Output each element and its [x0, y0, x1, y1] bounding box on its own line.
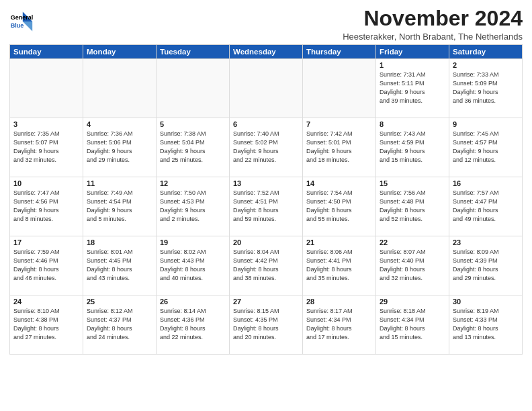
svg-text:General: General: [11, 14, 34, 21]
title-block: November 2024 Heesterakker, North Braban…: [343, 7, 523, 42]
logo-icon: General Blue: [9, 9, 34, 34]
week-row-1: 1Sunrise: 7:31 AM Sunset: 5:11 PM Daylig…: [10, 59, 523, 118]
day-cell: 27Sunrise: 8:15 AM Sunset: 4:35 PM Dayli…: [230, 295, 303, 355]
day-info: Sunrise: 8:09 AM Sunset: 4:39 PM Dayligh…: [453, 248, 519, 283]
day-info: Sunrise: 7:42 AM Sunset: 5:01 PM Dayligh…: [306, 130, 372, 165]
day-cell: [10, 59, 83, 118]
day-number: 12: [160, 179, 226, 187]
day-info: Sunrise: 7:59 AM Sunset: 4:46 PM Dayligh…: [13, 248, 79, 283]
day-cell: 19Sunrise: 8:02 AM Sunset: 4:43 PM Dayli…: [157, 236, 230, 295]
page: General Blue November 2024 Heesterakker,…: [0, 0, 532, 411]
day-cell: 1Sunrise: 7:31 AM Sunset: 5:11 PM Daylig…: [376, 59, 449, 118]
svg-marker-1: [23, 21, 32, 31]
subtitle: Heesterakker, North Brabant, The Netherl…: [343, 32, 523, 42]
day-info: Sunrise: 7:31 AM Sunset: 5:11 PM Dayligh…: [380, 71, 445, 105]
day-cell: 4Sunrise: 7:36 AM Sunset: 5:06 PM Daylig…: [83, 118, 157, 177]
day-cell: 29Sunrise: 8:18 AM Sunset: 4:34 PM Dayli…: [376, 295, 449, 355]
day-number: 1: [380, 61, 445, 69]
day-number: 28: [306, 298, 372, 306]
col-monday: Monday: [83, 45, 157, 59]
week-row-5: 24Sunrise: 8:10 AM Sunset: 4:38 PM Dayli…: [10, 295, 523, 355]
day-info: Sunrise: 7:49 AM Sunset: 4:54 PM Dayligh…: [87, 189, 152, 224]
day-cell: [83, 59, 157, 118]
day-cell: 26Sunrise: 8:14 AM Sunset: 4:36 PM Dayli…: [157, 295, 230, 355]
day-info: Sunrise: 8:15 AM Sunset: 4:35 PM Dayligh…: [233, 307, 299, 342]
day-info: Sunrise: 7:36 AM Sunset: 5:06 PM Dayligh…: [87, 130, 152, 165]
col-thursday: Thursday: [303, 45, 376, 59]
day-cell: 18Sunrise: 8:01 AM Sunset: 4:45 PM Dayli…: [83, 236, 157, 295]
day-number: 8: [380, 120, 445, 128]
day-cell: 20Sunrise: 8:04 AM Sunset: 4:42 PM Dayli…: [230, 236, 303, 295]
day-number: 21: [306, 238, 372, 246]
day-info: Sunrise: 7:43 AM Sunset: 4:59 PM Dayligh…: [380, 130, 445, 165]
day-info: Sunrise: 7:52 AM Sunset: 4:51 PM Dayligh…: [233, 189, 299, 224]
day-info: Sunrise: 8:10 AM Sunset: 4:38 PM Dayligh…: [13, 307, 79, 342]
day-info: Sunrise: 8:04 AM Sunset: 4:42 PM Dayligh…: [233, 248, 299, 283]
day-number: 18: [87, 238, 152, 246]
day-cell: 10Sunrise: 7:47 AM Sunset: 4:56 PM Dayli…: [10, 177, 83, 236]
col-sunday: Sunday: [10, 45, 83, 59]
day-info: Sunrise: 8:18 AM Sunset: 4:34 PM Dayligh…: [380, 307, 445, 342]
day-info: Sunrise: 8:02 AM Sunset: 4:43 PM Dayligh…: [160, 248, 226, 283]
day-info: Sunrise: 7:54 AM Sunset: 4:50 PM Dayligh…: [306, 189, 372, 224]
day-cell: 22Sunrise: 8:07 AM Sunset: 4:40 PM Dayli…: [376, 236, 449, 295]
day-cell: 24Sunrise: 8:10 AM Sunset: 4:38 PM Dayli…: [10, 295, 83, 355]
day-cell: [157, 59, 230, 118]
day-number: 23: [453, 238, 519, 246]
day-cell: 12Sunrise: 7:50 AM Sunset: 4:53 PM Dayli…: [157, 177, 230, 236]
day-cell: 11Sunrise: 7:49 AM Sunset: 4:54 PM Dayli…: [83, 177, 157, 236]
logo: General Blue: [9, 9, 34, 34]
day-info: Sunrise: 7:50 AM Sunset: 4:53 PM Dayligh…: [160, 189, 226, 224]
col-friday: Friday: [376, 45, 449, 59]
day-cell: 9Sunrise: 7:45 AM Sunset: 4:57 PM Daylig…: [449, 118, 523, 177]
day-number: 11: [87, 179, 152, 187]
day-cell: 14Sunrise: 7:54 AM Sunset: 4:50 PM Dayli…: [303, 177, 376, 236]
svg-text:Blue: Blue: [11, 22, 24, 29]
day-number: 4: [87, 120, 152, 128]
day-cell: 5Sunrise: 7:38 AM Sunset: 5:04 PM Daylig…: [157, 118, 230, 177]
month-title: November 2024: [343, 7, 523, 30]
day-cell: 17Sunrise: 7:59 AM Sunset: 4:46 PM Dayli…: [10, 236, 83, 295]
day-cell: 21Sunrise: 8:06 AM Sunset: 4:41 PM Dayli…: [303, 236, 376, 295]
day-number: 24: [13, 298, 79, 306]
day-number: 27: [233, 298, 299, 306]
day-number: 10: [13, 179, 79, 187]
week-row-2: 3Sunrise: 7:35 AM Sunset: 5:07 PM Daylig…: [10, 118, 523, 177]
calendar-table: Sunday Monday Tuesday Wednesday Thursday…: [9, 44, 523, 355]
day-info: Sunrise: 7:35 AM Sunset: 5:07 PM Dayligh…: [13, 130, 79, 165]
day-info: Sunrise: 7:47 AM Sunset: 4:56 PM Dayligh…: [13, 189, 79, 224]
day-number: 25: [87, 298, 152, 306]
day-cell: 16Sunrise: 7:57 AM Sunset: 4:47 PM Dayli…: [449, 177, 523, 236]
day-cell: [303, 59, 376, 118]
day-cell: 2Sunrise: 7:33 AM Sunset: 5:09 PM Daylig…: [449, 59, 523, 118]
day-number: 3: [13, 120, 79, 128]
day-number: 9: [453, 120, 519, 128]
day-cell: 25Sunrise: 8:12 AM Sunset: 4:37 PM Dayli…: [83, 295, 157, 355]
day-cell: 6Sunrise: 7:40 AM Sunset: 5:02 PM Daylig…: [230, 118, 303, 177]
day-info: Sunrise: 8:17 AM Sunset: 4:34 PM Dayligh…: [306, 307, 372, 342]
header-row: Sunday Monday Tuesday Wednesday Thursday…: [10, 45, 523, 59]
day-cell: 8Sunrise: 7:43 AM Sunset: 4:59 PM Daylig…: [376, 118, 449, 177]
day-number: 26: [160, 298, 226, 306]
day-cell: 7Sunrise: 7:42 AM Sunset: 5:01 PM Daylig…: [303, 118, 376, 177]
day-cell: 23Sunrise: 8:09 AM Sunset: 4:39 PM Dayli…: [449, 236, 523, 295]
day-cell: 13Sunrise: 7:52 AM Sunset: 4:51 PM Dayli…: [230, 177, 303, 236]
col-saturday: Saturday: [449, 45, 523, 59]
day-number: 2: [453, 61, 519, 69]
day-info: Sunrise: 7:38 AM Sunset: 5:04 PM Dayligh…: [160, 130, 226, 165]
day-number: 15: [380, 179, 445, 187]
day-number: 13: [233, 179, 299, 187]
day-cell: 3Sunrise: 7:35 AM Sunset: 5:07 PM Daylig…: [10, 118, 83, 177]
day-info: Sunrise: 7:57 AM Sunset: 4:47 PM Dayligh…: [453, 189, 519, 224]
header: General Blue November 2024 Heesterakker,…: [9, 7, 523, 42]
day-info: Sunrise: 8:12 AM Sunset: 4:37 PM Dayligh…: [87, 307, 152, 342]
week-row-3: 10Sunrise: 7:47 AM Sunset: 4:56 PM Dayli…: [10, 177, 523, 236]
day-number: 14: [306, 179, 372, 187]
day-number: 16: [453, 179, 519, 187]
day-info: Sunrise: 8:14 AM Sunset: 4:36 PM Dayligh…: [160, 307, 226, 342]
day-info: Sunrise: 7:40 AM Sunset: 5:02 PM Dayligh…: [233, 130, 299, 165]
day-info: Sunrise: 7:33 AM Sunset: 5:09 PM Dayligh…: [453, 71, 519, 105]
day-info: Sunrise: 8:01 AM Sunset: 4:45 PM Dayligh…: [87, 248, 152, 283]
day-number: 29: [380, 298, 445, 306]
day-number: 5: [160, 120, 226, 128]
